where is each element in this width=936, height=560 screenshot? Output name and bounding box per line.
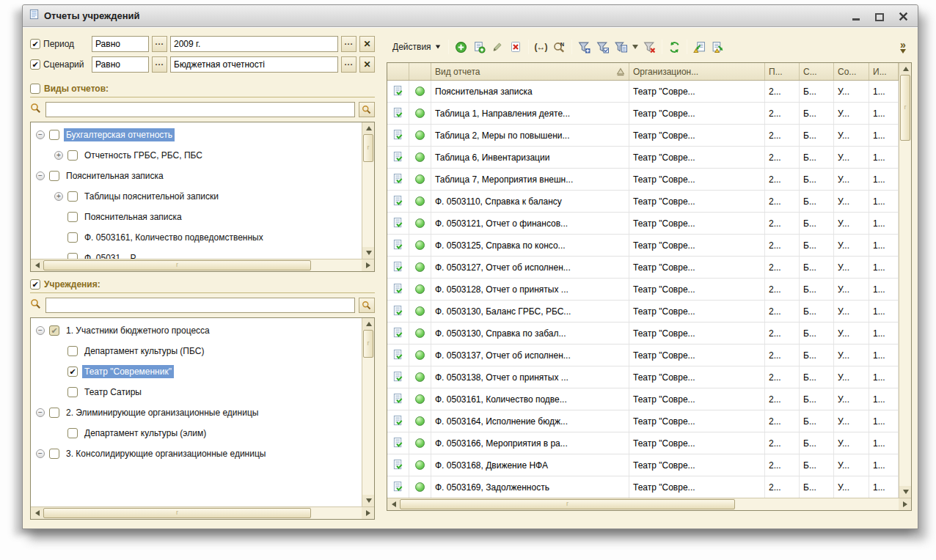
filter-by-value-dropdown[interactable] [630,39,640,56]
column-header-status-icon[interactable] [409,63,431,80]
period-checkbox[interactable] [30,39,40,49]
refresh-button[interactable] [665,39,684,56]
tree-item-checkbox[interactable] [67,232,78,243]
tree-item-checkbox[interactable] [67,212,78,222]
column-header-report-kind[interactable]: Вид отчета [431,63,629,80]
scrollbar-thumb[interactable] [43,260,311,270]
vertical-scrollbar[interactable] [362,318,374,506]
vertical-scrollbar[interactable] [899,63,911,498]
tree-item-checkbox[interactable] [67,428,78,438]
toolbar-overflow-button[interactable]: » [900,41,910,54]
tree-item-checkbox[interactable] [67,346,78,356]
scrollbar-thumb[interactable] [363,134,373,162]
table-row[interactable]: Ф. 0503130, Справка по забал... Театр "С… [387,323,899,345]
scroll-right-button[interactable] [362,259,374,271]
filter-clear-button[interactable] [640,39,659,56]
table-row[interactable]: Ф. 0503168, Движение НФА Театр "Совре...… [387,454,899,476]
scroll-up-button[interactable] [362,122,374,134]
scroll-left-button[interactable] [31,259,43,271]
scroll-left-button[interactable] [31,507,43,519]
tree-item[interactable]: 1. Участники бюджетного процесса [32,320,362,341]
tree-item-checkbox[interactable] [67,150,78,161]
tree-item[interactable]: Театр Сатиры [32,382,362,402]
scroll-left-button[interactable] [387,498,400,510]
close-button[interactable] [897,11,909,21]
tree-item[interactable]: Департамент культуры (ПБС) [32,341,362,361]
report-types-search-input[interactable] [45,102,355,117]
scenario-value-ellipsis-button[interactable] [341,56,357,73]
table-row[interactable]: Таблица 7, Мероприятия внешн... Театр "С… [387,169,899,191]
table-row[interactable]: Ф. 0503138, Отчет о принятых ... Театр "… [387,366,899,388]
institutions-search-input[interactable] [45,298,355,313]
settings-restore-button[interactable] [690,39,709,56]
expander-icon[interactable] [54,192,63,201]
table-row[interactable]: Ф. 0503127, Отчет об исполнен... Театр "… [387,257,899,279]
tree-item[interactable]: Ф. 0503161, Количество подведомственных [32,227,362,248]
tree-item[interactable]: Ф. 05031.., Р... [32,248,362,259]
period-value-ellipsis-button[interactable] [341,36,357,52]
scenario-checkbox[interactable] [30,59,40,70]
expander-icon[interactable] [36,130,45,139]
expander-icon[interactable] [36,326,45,335]
scrollbar-thumb[interactable] [43,508,311,518]
copy-button[interactable] [470,39,489,56]
table-row[interactable]: Ф. 0503110, Справка к балансу Театр "Сов… [387,191,899,213]
scrollbar-thumb[interactable] [900,75,910,141]
table-row[interactable]: Ф. 0503169, Задолженность Театр "Совре..… [387,476,899,498]
period-value-field[interactable]: 2009 г. [170,36,338,52]
column-header-posted-icon[interactable] [387,63,409,80]
tree-item-checkbox[interactable] [49,449,59,459]
tree-item-checkbox[interactable] [49,171,59,181]
tree-item-checkbox[interactable] [49,325,59,336]
table-row[interactable]: Ф. 0503121, Отчет о финансов... Театр "С… [387,213,899,235]
scrollbar-thumb[interactable] [363,330,373,358]
table-row[interactable]: Ф. 0503137, Отчет об исполнен... Театр "… [387,345,899,366]
report-types-search-button[interactable] [359,102,375,117]
tree-item-checkbox[interactable] [49,130,59,140]
vertical-scrollbar[interactable] [362,122,374,259]
settings-save-button[interactable] [709,39,727,56]
table-row[interactable]: Пояснительная записка Театр "Совре... 2.… [387,81,899,103]
scroll-up-button[interactable] [362,318,374,330]
add-button[interactable] [452,39,470,56]
period-clear-button[interactable] [359,36,375,52]
tree-item[interactable]: Бухгалтерская отчетность [32,125,362,145]
filter-by-value-button[interactable] [612,39,630,56]
horizontal-scrollbar[interactable] [31,506,374,519]
table-row[interactable]: Таблица 1, Направления деяте... Театр "С… [387,103,899,125]
scroll-down-button[interactable] [362,247,374,259]
tree-item[interactable]: 3. Консолидирующие организационные едини… [32,443,362,464]
tree-item[interactable]: Отчетность ГРБС, РБС, ПБС [32,145,362,166]
column-header-period[interactable]: П... [765,63,800,80]
tree-item[interactable]: 2. Элиминирующие организационные единицы [32,402,362,423]
tree-item[interactable]: Таблицы пояснительной записки [32,186,362,207]
period-comparison-ellipsis-button[interactable] [152,36,167,52]
column-header-i[interactable]: И... [869,63,899,80]
table-row[interactable]: Ф. 0503161, Количество подве... Театр "С… [387,388,899,410]
maximize-button[interactable] [874,11,885,21]
institutions-checkbox[interactable] [30,279,40,290]
tree-item-checkbox[interactable] [67,253,78,259]
scroll-right-button[interactable] [899,498,911,510]
report-types-checkbox[interactable] [30,84,40,94]
tree-item[interactable]: Департамент культуры (элим) [32,423,362,443]
scenario-value-field[interactable]: Бюджетная отчетності [170,56,338,73]
scenario-clear-button[interactable] [359,56,375,73]
scroll-right-button[interactable] [362,507,374,519]
column-header-organization[interactable]: Организацион... [629,63,765,80]
tree-item[interactable]: Пояснительная записка [32,166,362,186]
table-row[interactable]: Таблица 6, Инвентаризации Театр "Совре..… [387,147,899,169]
table-row[interactable]: Ф. 0503130, Баланс ГРБС, РБС... Театр "С… [387,301,899,323]
actions-menu-button[interactable]: Действия [388,40,445,54]
edit-button[interactable] [489,39,507,56]
institutions-search-button[interactable] [359,298,375,313]
column-header-state[interactable]: Со... [834,63,869,80]
period-comparison-field[interactable]: Равно [92,36,149,52]
expander-icon[interactable] [36,449,45,458]
tree-item[interactable]: Пояснительная записка [32,207,362,227]
expander-icon[interactable] [36,408,45,417]
table-row[interactable]: Ф. 0503125, Справка по консо... Театр "С… [387,235,899,257]
tree-item[interactable]: Театр "Современник" [32,361,362,382]
filter-adjust-button[interactable] [593,39,612,56]
minimize-button[interactable] [850,11,862,21]
